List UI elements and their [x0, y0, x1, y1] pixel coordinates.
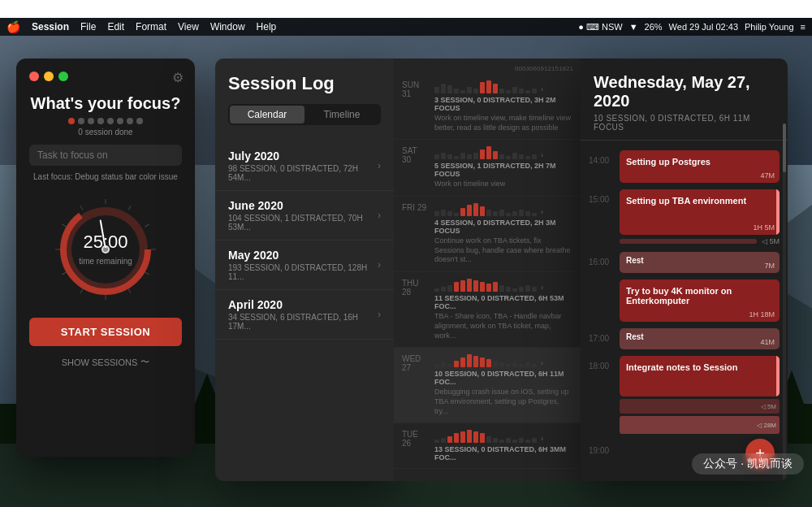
svg-line-35	[80, 288, 83, 292]
session-count-label: 0 session done	[78, 128, 132, 136]
datetime: Wed 29 Jul 02:43	[669, 22, 738, 32]
time-slot-1500: 15:00 Setting up TBA environment 1H 5M ◁…	[589, 188, 780, 245]
timeline-panel: 00 03 06 09 12 15 18 21 SUN 31	[394, 58, 581, 481]
list-item[interactable]: THU 28	[394, 272, 581, 348]
svg-rect-127	[441, 438, 446, 443]
svg-rect-139	[519, 438, 524, 443]
menubar: 🍎 Session File Edit Format View Window H…	[0, 18, 812, 36]
status-icons: ● ⌨ NSW	[578, 22, 622, 32]
list-item[interactable]: July 2020 98 SESSION, 0 DISTRACTED, 72H …	[215, 141, 394, 191]
rest-card[interactable]: Rest 41M	[620, 328, 780, 349]
list-item[interactable]: June 2020 104 SESSION, 1 DISTRACTED, 70H…	[215, 191, 394, 240]
tab-timeline[interactable]: Timeline	[304, 106, 379, 124]
show-sessions-link[interactable]: SHOW SESSIONS 〜	[62, 356, 150, 368]
svg-rect-56	[499, 89, 504, 93]
dot-2	[78, 118, 84, 124]
timeline-day-list: SUN 31	[394, 74, 581, 477]
svg-rect-83	[467, 205, 472, 216]
svg-line-30	[145, 224, 149, 227]
svg-rect-49	[454, 89, 459, 93]
svg-rect-92	[525, 211, 530, 216]
close-button[interactable]	[29, 72, 39, 81]
file-menu[interactable]: File	[80, 21, 96, 32]
svg-rect-124	[525, 362, 530, 367]
svg-rect-114	[460, 358, 465, 367]
session-card[interactable]: Try to buy 4K monitor on Enterkomputer 1…	[620, 280, 780, 322]
focus-title: What's your focus?	[31, 94, 181, 113]
app-name[interactable]: Session	[32, 21, 69, 32]
list-item[interactable]: May 2020 193 SESSION, 0 DISTRACTED, 128H…	[215, 240, 394, 290]
svg-rect-98	[460, 280, 465, 292]
timer-clock: 25:00 time remaining	[49, 193, 162, 306]
dot-8	[136, 118, 143, 124]
svg-rect-86	[486, 210, 491, 216]
menubar-left: 🍎 Session File Edit Format View Window H…	[6, 20, 276, 33]
svg-rect-57	[506, 90, 511, 93]
desktop: 🍎 Session File Edit Format View Window H…	[0, 18, 812, 507]
svg-rect-63	[441, 153, 446, 159]
list-item[interactable]: SAT 30	[394, 140, 581, 197]
svg-rect-101	[480, 282, 485, 292]
svg-rect-73	[506, 156, 511, 159]
svg-rect-137	[506, 438, 511, 443]
start-session-button[interactable]: START SESSION	[29, 318, 182, 346]
watermark: 公众号 · 凯凯而谈	[692, 453, 804, 474]
svg-rect-111	[441, 362, 446, 367]
svg-rect-118	[486, 359, 491, 367]
svg-rect-136	[499, 440, 504, 443]
session-card[interactable]: Setting up TBA environment 1H 5M	[620, 189, 780, 235]
svg-rect-99	[467, 279, 472, 292]
list-item[interactable]: SUN 31	[394, 74, 581, 140]
session-card[interactable]: Setting up Postgres 47M	[620, 150, 780, 183]
svg-rect-61	[532, 89, 537, 93]
window-menu[interactable]: Window	[210, 21, 245, 32]
svg-rect-76	[525, 156, 530, 159]
time-slot-monitor: Try to buy 4K monitor on Enterkomputer 1…	[589, 278, 780, 322]
svg-rect-67	[467, 154, 472, 159]
settings-icon[interactable]: ⚙	[172, 70, 184, 85]
svg-line-39	[80, 206, 83, 210]
help-menu[interactable]: Help	[257, 21, 277, 32]
svg-rect-132	[473, 431, 478, 443]
tab-calendar[interactable]: Calendar	[230, 106, 304, 124]
svg-rect-93	[532, 213, 537, 216]
svg-rect-125	[532, 364, 537, 367]
list-item[interactable]: FRI 29	[394, 197, 581, 272]
svg-rect-130	[460, 431, 465, 443]
svg-rect-106	[512, 288, 517, 292]
svg-rect-129	[454, 433, 459, 443]
svg-rect-90	[512, 211, 517, 216]
svg-rect-59	[519, 89, 524, 93]
svg-rect-64	[447, 154, 452, 159]
svg-rect-108	[525, 285, 530, 292]
edit-menu[interactable]: Edit	[107, 21, 124, 32]
svg-rect-107	[519, 287, 524, 292]
svg-rect-46	[434, 87, 439, 93]
svg-rect-95	[441, 287, 446, 292]
list-item[interactable]: April 2020 34 SESSION, 6 DISTRACTED, 16H…	[215, 290, 394, 340]
session-card[interactable]: Integrate notes to Session	[620, 356, 780, 396]
svg-rect-116	[473, 356, 478, 367]
dot-1	[68, 118, 75, 124]
maximize-button[interactable]	[58, 72, 68, 81]
svg-rect-68	[473, 153, 478, 159]
session-log-title: Session Log	[228, 73, 381, 94]
time-slot-1600: 16:00 Rest 7M	[589, 250, 780, 273]
svg-rect-84	[473, 203, 478, 216]
list-item[interactable]: WED 27	[394, 348, 581, 423]
svg-rect-96	[447, 285, 452, 292]
view-menu[interactable]: View	[178, 21, 199, 32]
list-item[interactable]: TUE 26	[394, 423, 581, 469]
rest-card[interactable]: Rest 7M	[620, 252, 780, 273]
svg-rect-60	[525, 90, 530, 93]
svg-rect-47	[441, 84, 446, 93]
apple-menu[interactable]: 🍎	[6, 20, 20, 33]
task-input[interactable]	[29, 145, 182, 166]
svg-rect-85	[480, 206, 485, 216]
chevron-right-icon: ›	[378, 309, 381, 320]
svg-rect-62	[434, 154, 439, 159]
format-menu[interactable]: Format	[136, 21, 166, 32]
chevron-right-icon: ›	[378, 259, 381, 271]
minimize-button[interactable]	[44, 72, 54, 81]
svg-rect-70	[486, 146, 491, 159]
